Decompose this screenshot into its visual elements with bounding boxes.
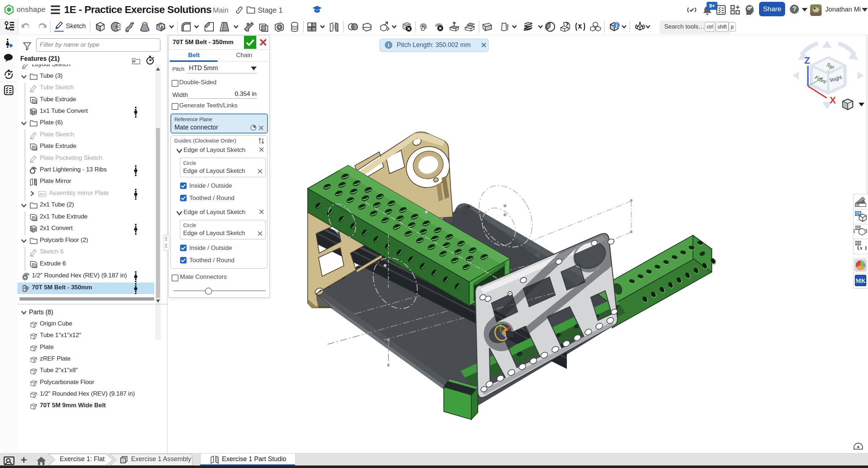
svg-text:Y: Y <box>826 68 830 75</box>
svg-text:Z: Z <box>804 55 810 66</box>
svg-text:Am: Am <box>39 192 46 196</box>
svg-text:MK: MK <box>855 277 866 284</box>
svg-text:x: x <box>860 245 863 251</box>
svg-text:X: X <box>830 95 836 106</box>
